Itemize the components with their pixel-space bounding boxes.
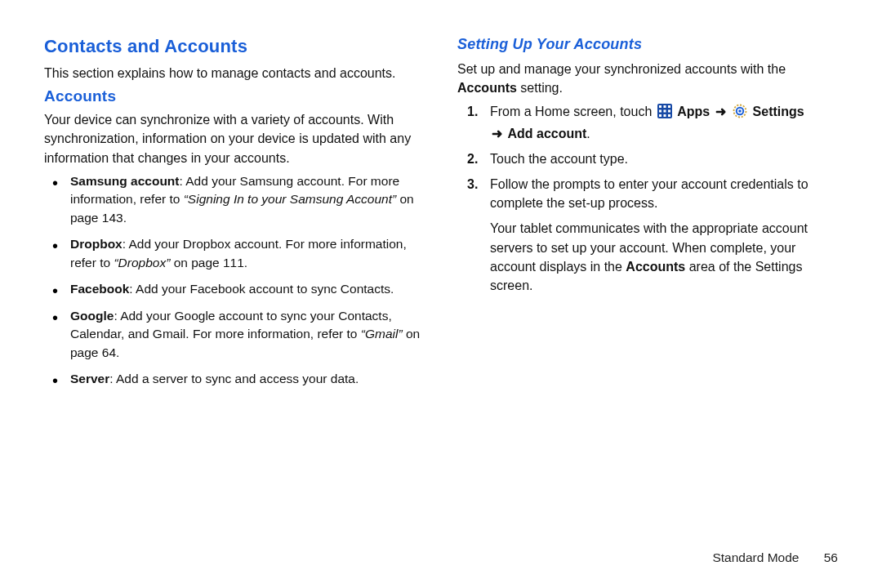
left-column: Contacts and Accounts This section expla… [44,36,425,396]
footer-mode: Standard Mode [712,550,799,564]
account-ref: “Gmail” [361,327,403,341]
step1-lead: From a Home screen, touch [490,105,656,118]
setup-outro: Your tablet communicates with the approp… [490,219,838,295]
svg-rect-3 [668,105,670,108]
two-column-layout: Contacts and Accounts This section expla… [44,36,838,396]
heading-contacts-accounts: Contacts and Accounts [44,36,425,57]
add-account-label: Add account [507,127,586,140]
svg-rect-4 [659,110,662,113]
step-3: Follow the prompts to enter your account… [490,175,838,212]
list-item: Google: Add your Google account to sync … [67,307,425,362]
settings-label: Settings [753,105,804,118]
apps-icon [657,104,672,123]
account-desc: : Add your Google account to sync your C… [70,309,392,341]
svg-rect-6 [668,110,670,113]
period: . [586,127,590,140]
svg-rect-5 [663,110,666,113]
account-tail: on page 111. [170,256,247,270]
list-item: Server: Add a server to sync and access … [67,370,425,388]
intro-text: This section explains how to manage cont… [44,64,425,82]
svg-rect-2 [663,105,666,108]
settings-icon [733,104,747,123]
svg-rect-1 [659,105,662,108]
svg-rect-7 [659,114,662,117]
arrow-icon: ➜ [490,127,504,140]
step-2: Touch the account type. [490,149,838,168]
setup-intro-lead: Set up and manage your synchronized acco… [457,62,786,76]
heading-accounts: Accounts [44,87,425,105]
account-label: Google [70,309,114,323]
account-ref: “Signing In to your Samsung Account” [184,192,396,206]
account-desc: : Add a server to sync and access your d… [109,372,359,385]
steps-list: From a Home screen, touch Apps ➜ [457,102,838,212]
arrow-icon: ➜ [714,105,728,118]
page-footer: Standard Mode 56 [712,550,838,565]
account-ref: “Dropbox” [114,256,170,270]
setup-intro-tail: setting. [517,81,563,95]
heading-setting-up: Setting Up Your Accounts [457,36,838,53]
svg-point-12 [738,110,742,114]
manual-page: Contacts and Accounts This section expla… [0,0,882,588]
account-label: Server [70,372,109,385]
apps-label: Apps [677,105,710,118]
setup-intro: Set up and manage your synchronized acco… [457,60,838,97]
right-column: Setting Up Your Accounts Set up and mana… [457,36,838,396]
account-types-list: Samsung account: Add your Samsung accoun… [44,172,425,389]
account-label: Samsung account [70,174,180,188]
account-label: Facebook [70,282,129,296]
outro-bold: Accounts [626,260,685,274]
svg-rect-9 [668,114,670,117]
list-item: Samsung account: Add your Samsung accoun… [67,172,425,227]
account-label: Dropbox [70,237,122,251]
accounts-intro: Your device can synchronize with a varie… [44,110,425,167]
step-1: From a Home screen, touch Apps ➜ [490,102,838,142]
svg-rect-8 [663,114,666,117]
page-number: 56 [824,550,838,564]
list-item: Dropbox: Add your Dropbox account. For m… [67,235,425,272]
account-desc: : Add your Facebook account to sync Cont… [129,282,394,296]
setup-intro-bold: Accounts [457,81,517,95]
list-item: Facebook: Add your Facebook account to s… [67,280,425,298]
